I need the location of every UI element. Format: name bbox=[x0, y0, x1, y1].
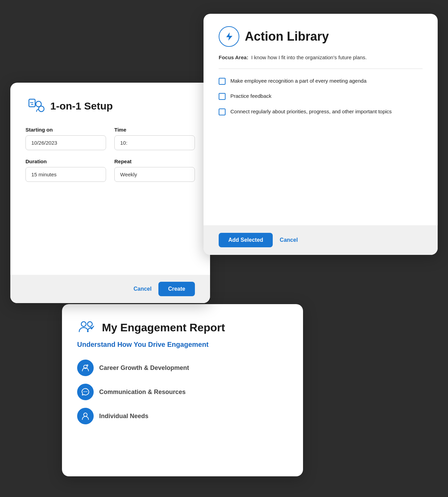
form-row-top: Starting on Time bbox=[25, 127, 195, 150]
starting-on-label: Starting on bbox=[25, 127, 106, 133]
time-group: Time bbox=[114, 127, 195, 150]
time-input[interactable] bbox=[114, 135, 195, 150]
library-item-text-1: Practice feedback bbox=[230, 92, 271, 100]
library-item-text-0: Make employee recognition a part of ever… bbox=[230, 77, 366, 85]
library-focus-text: I know how I fit into the organization's… bbox=[251, 54, 367, 60]
setup-title: 1-on-1 Setup bbox=[50, 100, 113, 112]
library-footer: Add Selected Cancel bbox=[204, 225, 438, 255]
repeat-label: Repeat bbox=[114, 158, 195, 164]
library-checkbox-1[interactable] bbox=[219, 93, 226, 100]
svg-point-6 bbox=[84, 413, 87, 416]
growth-icon bbox=[77, 360, 94, 376]
library-card: Action Library Focus Area: I know how I … bbox=[204, 14, 438, 255]
setup-card: 1-on-1 Setup Starting on Time Duration R… bbox=[10, 83, 210, 303]
starting-on-input[interactable] bbox=[25, 135, 106, 150]
setup-icon bbox=[25, 96, 45, 116]
library-title: Action Library bbox=[245, 29, 329, 44]
svg-point-4 bbox=[85, 391, 86, 392]
engagement-item-individual: Individual Needs bbox=[77, 408, 288, 424]
engagement-card: My Engagement Report Understand How You … bbox=[62, 304, 303, 476]
duration-input[interactable] bbox=[25, 167, 106, 182]
setup-header: 1-on-1 Setup bbox=[25, 96, 195, 116]
engagement-item-label-growth: Career Growth & Development bbox=[99, 364, 189, 372]
chat-icon bbox=[77, 384, 94, 400]
engagement-title: My Engagement Report bbox=[102, 321, 225, 334]
duration-label: Duration bbox=[25, 158, 106, 164]
library-item-2: Connect regularly about priorities, prog… bbox=[219, 108, 423, 116]
setup-footer: Cancel Create bbox=[10, 275, 210, 303]
svg-point-5 bbox=[86, 391, 87, 392]
engagement-item-growth: Career Growth & Development bbox=[77, 360, 288, 376]
engagement-subtitle: Understand How You Drive Engagement bbox=[77, 341, 288, 349]
repeat-group: Repeat bbox=[114, 158, 195, 182]
library-header: Action Library bbox=[219, 26, 423, 47]
starting-on-group: Starting on bbox=[25, 127, 106, 150]
library-focus-label: Focus Area: bbox=[219, 54, 248, 60]
repeat-input[interactable] bbox=[114, 167, 195, 182]
engagement-item-label-communication: Communication & Resources bbox=[99, 389, 186, 396]
setup-cancel-button[interactable]: Cancel bbox=[134, 286, 152, 292]
engagement-icon bbox=[77, 318, 96, 337]
library-item-text-2: Connect regularly about priorities, prog… bbox=[230, 108, 392, 116]
person-icon bbox=[77, 408, 94, 424]
lightning-icon-wrap bbox=[219, 26, 239, 47]
svg-point-0 bbox=[81, 322, 86, 327]
library-checkbox-0[interactable] bbox=[219, 78, 226, 85]
library-divider bbox=[219, 69, 423, 69]
engagement-item-label-individual: Individual Needs bbox=[99, 413, 148, 420]
library-focus: Focus Area: I know how I fit into the or… bbox=[219, 54, 423, 62]
form-row-bottom: Duration Repeat bbox=[25, 158, 195, 182]
library-item-0: Make employee recognition a part of ever… bbox=[219, 77, 423, 85]
library-checkbox-2[interactable] bbox=[219, 108, 226, 115]
duration-group: Duration bbox=[25, 158, 106, 182]
time-label: Time bbox=[114, 127, 195, 133]
lightning-icon bbox=[223, 31, 235, 42]
add-selected-button[interactable]: Add Selected bbox=[219, 233, 273, 247]
engagement-item-communication: Communication & Resources bbox=[77, 384, 288, 400]
library-cancel-button[interactable]: Cancel bbox=[280, 237, 298, 243]
svg-point-1 bbox=[87, 322, 92, 327]
engagement-header: My Engagement Report bbox=[77, 318, 288, 337]
svg-point-9 bbox=[39, 106, 44, 112]
setup-create-button[interactable]: Create bbox=[158, 282, 195, 296]
library-item-1: Practice feedback bbox=[219, 92, 423, 100]
svg-point-3 bbox=[84, 391, 84, 392]
